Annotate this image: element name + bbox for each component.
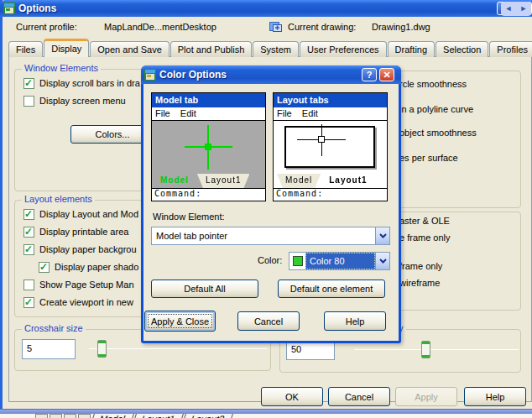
color-combobox[interactable]: Color 80 (289, 252, 390, 270)
ok-button[interactable]: OK (261, 387, 323, 406)
current-profile-value: MapLandDe...mentDesktop (104, 22, 216, 32)
polyline-curve-segments-label: in a polyline curve (399, 104, 473, 114)
color-options-titlebar: Color Options ? ✕ (141, 65, 401, 84)
model-pane-header: Model tab (152, 93, 265, 107)
tab-files[interactable]: Files (8, 41, 43, 57)
model-tab-preview: Model tab File Edit Model Layout1 Comman… (151, 92, 266, 201)
color-swatch (293, 256, 303, 266)
pan-zoom-raster-ole-label: aster & OLE (399, 216, 450, 226)
rendered-object-smoothness-label: object smoothness (399, 128, 477, 138)
crosshair-size-input[interactable]: 5 (22, 339, 76, 359)
tab-selection[interactable]: Selection (436, 41, 488, 57)
crosshair-center-icon (205, 144, 211, 150)
tab-scroll-right-icon[interactable]: ► (520, 2, 528, 16)
checkbox-checked-icon[interactable] (39, 262, 50, 273)
highlight-raster-frame-label: e frame only (399, 233, 451, 243)
options-titlebar: Options ? ✕ (0, 0, 532, 17)
arc-circle-smoothness-label: rcle smoothness (399, 79, 467, 89)
checkbox-display-layout-tabs[interactable]: Display Layout and Mod (23, 208, 138, 220)
window-element-value: Model tab pointer (152, 231, 375, 241)
acad-tab-model[interactable]: Model (91, 414, 134, 418)
tab-user-preferences[interactable]: User Preferences (300, 41, 387, 57)
color-options-app-icon (144, 69, 156, 81)
acad-tab-layout2[interactable]: Layout2 (182, 414, 233, 418)
window-title: Options (18, 3, 56, 14)
tab-open-and-save[interactable]: Open and Save (90, 41, 169, 57)
acad-layout-tab-bar: |◀ ◀ ▶ ▶| Model Layout1 Layout2 (0, 414, 532, 418)
edit-menu-label: Edit (302, 108, 318, 118)
layout-pane-menu: File Edit (274, 107, 387, 121)
color-value: Color 80 (305, 253, 375, 269)
current-drawing-value: Drawing1.dwg (372, 22, 430, 32)
prev-tab-nav-icon[interactable]: ◀ (50, 414, 62, 418)
layout-pane-command-line: Command: (274, 189, 387, 201)
next-tab-nav-icon[interactable]: ▶ (64, 414, 76, 418)
tab-profiles[interactable]: Profiles (489, 41, 532, 57)
checkbox-checked-icon[interactable] (23, 78, 34, 89)
checkbox-display-scroll-bars[interactable]: Display scroll bars in dra (23, 77, 140, 89)
dialog-close-button[interactable]: ✕ (379, 68, 394, 81)
slider-thumb[interactable] (97, 340, 107, 358)
tab-strip: Files Display Open and Save Plot and Pub… (8, 39, 532, 57)
checkbox-unchecked-icon[interactable] (23, 96, 34, 107)
crosshair-center-icon (318, 136, 325, 143)
layout-pane-header: Layout tabs (274, 93, 387, 107)
preview-tab-model: Model (152, 174, 197, 188)
model-pane-menu: File Edit (152, 107, 265, 121)
last-tab-nav-icon[interactable]: ▶| (78, 414, 91, 418)
chevron-down-icon[interactable] (375, 227, 389, 244)
crosshair-size-group-label: Crosshair size (22, 323, 86, 333)
tab-scroll-buttons: ◄ ► (501, 2, 531, 16)
contour-lines-per-surface-label: es per surface (399, 153, 458, 163)
checkbox-display-printable-area[interactable]: Display printable area (23, 226, 138, 238)
paper-background (284, 126, 375, 168)
profile-bar: Current profile: MapLandDe...mentDesktop… (3, 17, 532, 38)
layout-elements-group-label: Layout elements (22, 194, 95, 204)
acad-tab-layout1[interactable]: Layout1 (133, 414, 184, 418)
layout-pane-tabs: Model Layout1 (274, 174, 387, 189)
checkbox-display-screen-menu[interactable]: Display screen menu (23, 95, 140, 107)
apply-close-button[interactable]: Apply & Close (144, 311, 216, 332)
checkbox-create-viewport[interactable]: Create viewport in new (23, 296, 138, 308)
checkbox-unchecked-icon[interactable] (23, 280, 34, 290)
model-pane-tabs: Model Layout1 (152, 174, 265, 189)
tab-display[interactable]: Display (44, 39, 89, 57)
default-all-button[interactable]: Default All (151, 280, 258, 298)
current-profile-label: Current profile: (16, 22, 77, 32)
color-options-dialog: Color Options ? ✕ Model tab File Edit Mo… (141, 65, 401, 343)
checkbox-checked-icon[interactable] (23, 209, 34, 220)
checkbox-display-paper-background[interactable]: Display paper backgrou (23, 243, 138, 255)
layout-tabs-preview: Layout tabs File Edit Model Layout1 Comm… (273, 92, 388, 201)
tab-system[interactable]: System (253, 41, 299, 57)
checkbox-checked-icon[interactable] (23, 227, 34, 238)
tab-scroll-left-icon[interactable]: ◄ (505, 2, 513, 16)
current-drawing-label: Current drawing: (288, 22, 356, 32)
preview-tab-model: Model (277, 174, 321, 188)
preview-tab-layout1: Layout1 (321, 174, 375, 188)
help-button[interactable]: Help (464, 387, 526, 406)
options-app-icon (3, 3, 15, 14)
dialog-help-button[interactable]: ? (362, 68, 377, 81)
first-tab-nav-icon[interactable]: |◀ (35, 414, 48, 418)
drawing-file-icon (269, 20, 283, 33)
model-canvas (152, 121, 265, 174)
color-options-title: Color Options (159, 69, 227, 81)
window-element-label: Window Element: (153, 212, 225, 222)
text-boundary-frame-label: frame only (399, 261, 442, 271)
slider-thumb[interactable] (421, 341, 430, 358)
chevron-down-icon[interactable] (375, 253, 389, 269)
tab-plot-and-publish[interactable]: Plot and Publish (170, 41, 253, 57)
file-menu-label: File (155, 108, 170, 118)
default-one-element-button[interactable]: Default one element (278, 280, 385, 298)
checkbox-checked-icon[interactable] (23, 244, 34, 255)
checkbox-display-paper-shadow[interactable]: Display paper shado (39, 261, 138, 273)
dialog-cancel-button[interactable]: Cancel (237, 311, 300, 331)
tab-drafting[interactable]: Drafting (388, 41, 436, 57)
window-element-combobox[interactable]: Model tab pointer (151, 227, 390, 245)
fading-intensity-slider[interactable] (354, 341, 519, 358)
cancel-button[interactable]: Cancel (328, 387, 390, 406)
checkbox-checked-icon[interactable] (23, 297, 34, 308)
checkbox-show-page-setup-manager[interactable]: Show Page Setup Man (23, 279, 138, 290)
slider-track (89, 348, 267, 349)
dialog-help-footer-button[interactable]: Help (324, 311, 386, 331)
